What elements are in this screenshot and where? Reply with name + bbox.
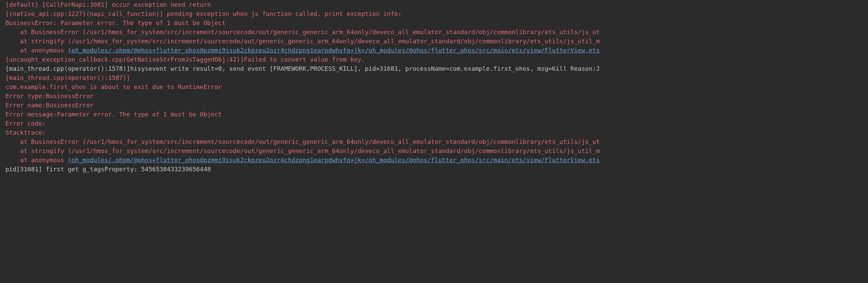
log-line: [(native_api.cpp:1227)(napi_call_functio… — [5, 9, 863, 18]
log-line: [main_thread.cpp(operator():1587)] — [5, 73, 863, 82]
source-link[interactable]: (oh_modules/.ohpm/@ohos+flutter_ohos@pzm… — [68, 47, 600, 54]
log-line: [uncaught_exception_callback.cpp(GetNati… — [5, 55, 863, 64]
log-line-exit-notice: com.example.first_ohos is about to exit … — [5, 82, 863, 91]
log-line-error-code: Error code: — [5, 119, 863, 128]
log-line-error-name: Error name:BusinessError — [5, 101, 863, 110]
log-line: [main_thread.cpp(operator():1578)]hisyse… — [5, 64, 863, 73]
log-line-error-header: BusinessError: Parameter error. The type… — [5, 18, 863, 27]
stacktrace-prefix: at anonymous — [5, 156, 68, 164]
log-line-stacktrace: at BusinessError (/usr1/hmos_for_system/… — [5, 137, 863, 146]
log-line-stacktrace: at BusinessError (/usr1/hmos_for_system/… — [5, 27, 863, 37]
stacktrace-prefix: at anonymous — [5, 47, 68, 54]
log-line-error-type: Error type:BusinessError — [5, 91, 863, 101]
source-link[interactable]: (oh_modules/.ohpm/@ohos+flutter_ohos@pzm… — [68, 156, 600, 164]
log-line-stacktrace: at stringify (/usr1/hmos_for_system/src/… — [5, 37, 863, 46]
log-line-stacktrace: at stringify (/usr1/hmos_for_system/src/… — [5, 146, 863, 155]
log-line-error-message: Error message:Parameter error. The type … — [5, 110, 863, 119]
log-line-stacktrace-link: at anonymous (oh_modules/.ohpm/@ohos+flu… — [5, 46, 863, 55]
log-line: [default] [CallForNapi:3081] occur excep… — [5, 0, 863, 9]
log-line-stacktrace-header: Stacktrace: — [5, 128, 863, 137]
log-line: pid[31681] first get g_tagsProperty: 545… — [5, 165, 863, 174]
log-line-stacktrace-link: at anonymous (oh_modules/.ohpm/@ohos+flu… — [5, 155, 863, 165]
